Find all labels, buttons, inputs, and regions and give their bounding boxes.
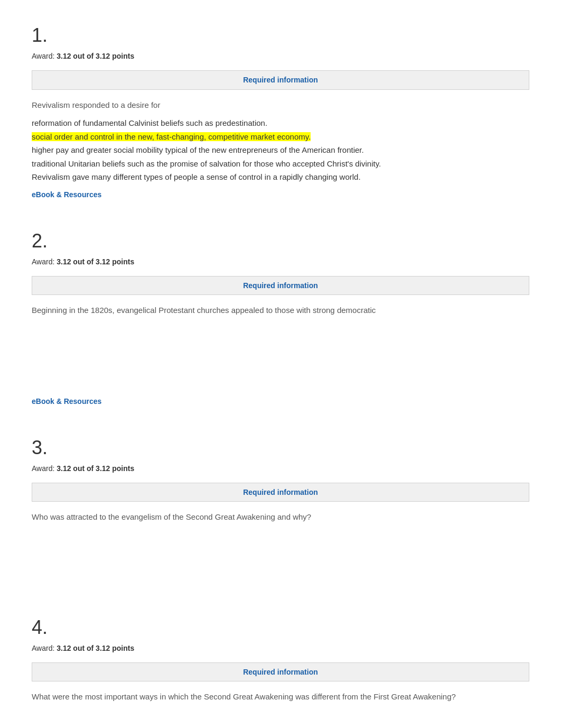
required-info-bar: Required information	[32, 662, 529, 682]
question-number: 2.	[32, 227, 529, 255]
required-info-bar: Required information	[32, 276, 529, 296]
answer-area	[32, 322, 529, 385]
required-info-label: Required information	[243, 668, 318, 676]
required-info-label: Required information	[243, 488, 318, 496]
question-number: 4.	[32, 613, 529, 642]
question-block-3: 3.Award: 3.12 out of 3.12 pointsRequired…	[32, 434, 529, 592]
question-number: 3.	[32, 434, 529, 462]
question-text: Beginning in the 1820s, evangelical Prot…	[32, 305, 529, 317]
award-line: Award: 3.12 out of 3.12 points	[32, 463, 529, 474]
answer-area	[32, 529, 529, 592]
question-text: What were the most important ways in whi…	[32, 691, 529, 703]
required-info-label: Required information	[243, 76, 318, 84]
question-block-1: 1.Award: 3.12 out of 3.12 pointsRequired…	[32, 21, 529, 206]
answer-choice-item: Revivalism gave many different types of …	[32, 170, 529, 184]
question-block-2: 2.Award: 3.12 out of 3.12 pointsRequired…	[32, 227, 529, 412]
award-line: Award: 3.12 out of 3.12 points	[32, 51, 529, 62]
award-line: Award: 3.12 out of 3.12 points	[32, 256, 529, 268]
question-text: Who was attracted to the evangelism of t…	[32, 511, 529, 523]
question-text: Revivalism responded to a desire for	[32, 99, 529, 112]
required-info-bar: Required information	[32, 70, 529, 90]
required-info-label: Required information	[243, 281, 318, 290]
answer-choice-item: social order and control in the new, fas…	[32, 130, 529, 144]
ebook-resources-link[interactable]: eBook & Resources	[32, 189, 101, 200]
highlighted-answer: social order and control in the new, fas…	[32, 132, 311, 141]
question-number: 1.	[32, 21, 529, 50]
answer-choices: reformation of fundamental Calvinist bel…	[32, 116, 529, 184]
ebook-resources-link[interactable]: eBook & Resources	[32, 396, 101, 407]
award-line: Award: 3.12 out of 3.12 points	[32, 643, 529, 654]
answer-choice-item: higher pay and greater social mobility t…	[32, 143, 529, 157]
required-info-bar: Required information	[32, 483, 529, 502]
answer-choice-item: reformation of fundamental Calvinist bel…	[32, 116, 529, 130]
question-block-4: 4.Award: 3.12 out of 3.12 pointsRequired…	[32, 613, 529, 729]
answer-area	[32, 708, 529, 729]
answer-choice-item: traditional Unitarian beliefs such as th…	[32, 157, 529, 171]
